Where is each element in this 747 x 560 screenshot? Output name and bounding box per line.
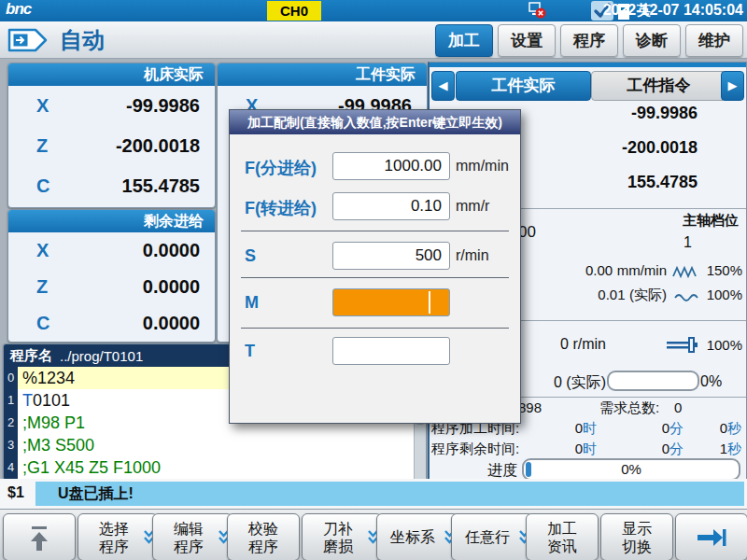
line-text: ;M3 S500: [18, 434, 426, 456]
remaining-time-hours: 0时: [575, 441, 597, 458]
spindle-speed-unit: r/min: [456, 247, 489, 264]
machine-actual-title: 机床实际: [8, 63, 215, 86]
channel-indicator: $1: [7, 484, 24, 501]
feed-programmed-value: 0.00: [585, 262, 613, 278]
spindle-actual-value: 0: [554, 374, 562, 390]
spindle-gear-label: 主轴档位: [683, 212, 739, 230]
t-code-label: T: [245, 342, 255, 361]
auto-mode-icon: [7, 28, 49, 56]
line-number: 3: [4, 434, 18, 456]
axis-row-z: Z -200.0018: [8, 126, 215, 166]
completed-count-partial: 898: [518, 399, 542, 415]
machining-time-minutes: 0分: [662, 420, 684, 438]
feed-per-min-input[interactable]: [332, 152, 450, 180]
tab-scroll-right-button[interactable]: ▶: [721, 71, 744, 101]
spindle-gear-value: 1: [684, 234, 692, 251]
coordinate-system-button[interactable]: 坐标系: [376, 513, 458, 560]
line-number: 2: [4, 412, 18, 434]
axis-label: X: [36, 95, 49, 117]
feed-programmed-unit: mm/min: [617, 262, 667, 278]
verify-program-button[interactable]: 校验 程序: [227, 513, 300, 560]
spindle-speed-unit: r/min: [572, 336, 606, 352]
any-line-button[interactable]: 任意行: [451, 513, 533, 560]
axis-value: 0.0000: [143, 240, 200, 261]
edit-program-button[interactable]: 编辑 程序: [152, 513, 233, 560]
remaining-feed-panel: 剩余进给 X 0.0000 Z 0.0000 C 0.0000: [7, 209, 216, 343]
axis-row-x: X -99.9986: [8, 86, 215, 126]
tab-maintenance[interactable]: 维护: [685, 24, 743, 57]
rapid-override-wave-icon: [672, 265, 698, 282]
m-code-label: M: [245, 293, 259, 313]
demand-total-value: 0: [674, 399, 682, 415]
axis-value: 0.0000: [143, 276, 200, 298]
tab-scroll-left-button[interactable]: ◀: [431, 71, 455, 101]
feed-actual: 0.01 (实际): [598, 287, 667, 304]
machining-time-hours: 0时: [575, 420, 597, 438]
machining-config-dialog: 加工配制(直接输入数值,按Enter键立即生效) F(分进给) mm/min F…: [229, 109, 521, 424]
spindle-actual: 0 (实际): [554, 373, 606, 393]
remaining-time-label: 程序剩余时间:: [431, 441, 519, 458]
program-path: ../prog/T0101: [60, 348, 143, 364]
spindle-speed-label: S: [245, 246, 256, 266]
feed-per-rev-input[interactable]: [332, 192, 450, 220]
feed-override-wave-icon: [674, 290, 698, 307]
tab-workpiece-command[interactable]: 工件指令: [591, 71, 726, 101]
text-cursor: [429, 291, 430, 314]
remaining-feed-title: 剩余进给: [8, 210, 215, 232]
axis-label: C: [36, 313, 49, 334]
remaining-time-minutes: 0分: [662, 441, 684, 458]
machining-info-button[interactable]: 加工 资讯: [526, 513, 599, 560]
status-bar: $1 U盘已插上!: [0, 479, 747, 509]
mode-bar: 自动 加工 设置 程序 诊断 维护: [0, 21, 747, 59]
demand-total-label: 需求总数:: [599, 399, 659, 417]
axis-row-z: Z 0.0000: [8, 269, 215, 305]
feed-programmed: 0.00 mm/min: [585, 262, 667, 279]
spindle-speed: 0 r/min: [560, 336, 606, 353]
softkey-label: 选择 程序: [99, 520, 129, 555]
arrow-right-icon: [695, 525, 728, 550]
dialog-separator: [241, 328, 509, 329]
feed-per-rev-label: F(转进给): [245, 197, 317, 219]
spindle-load-bar: [607, 371, 699, 391]
axis-label: Z: [36, 135, 48, 157]
feed-per-min-label: F(分进给): [245, 157, 317, 179]
panel-top-strip: [430, 63, 746, 67]
select-program-button[interactable]: 选择 程序: [78, 513, 158, 560]
network-status-icon: [529, 2, 547, 23]
tool-wear-button[interactable]: 刀补 磨损: [302, 513, 382, 560]
mode-name: 自动: [60, 25, 105, 55]
tab-diagnosis[interactable]: 诊断: [623, 24, 681, 57]
machining-time-seconds: 0秒: [720, 420, 741, 438]
spindle-override-percent: 100%: [701, 337, 742, 353]
feed-per-rev-unit: mm/r: [456, 198, 489, 215]
program-line[interactable]: 4 ;G1 X45 Z5 F1000: [4, 456, 426, 479]
workpiece-x-value: -99.9986: [631, 104, 698, 123]
line-text: ;G1 X45 Z5 F1000: [18, 456, 426, 479]
remaining-time-seconds: 1秒: [720, 441, 741, 458]
axis-value: 0.0000: [143, 313, 200, 334]
t-code-input[interactable]: [332, 337, 450, 365]
spindle-load-percent: 0%: [700, 373, 722, 390]
display-switch-button[interactable]: 显示 切换: [600, 513, 673, 560]
line-number: 1: [4, 389, 18, 412]
tab-machining[interactable]: 加工: [435, 24, 493, 57]
softkey-label: 校验 程序: [248, 520, 278, 555]
tab-program[interactable]: 程序: [560, 24, 618, 57]
return-up-button[interactable]: [3, 513, 76, 560]
progress-label: 进度: [487, 461, 517, 481]
tab-settings[interactable]: 设置: [498, 24, 556, 57]
next-menu-button[interactable]: [675, 513, 747, 560]
axis-row-c: C 0.0000: [8, 305, 215, 342]
spindle-speed-input[interactable]: [332, 242, 450, 270]
softkey-bar: 选择 程序 编辑 程序 校验 程序 刀补 磨损 坐标系 任意行 加工 资讯 显示…: [0, 509, 747, 560]
spindle-actual-label: (实际): [566, 374, 606, 390]
m-code-input[interactable]: [332, 288, 450, 316]
tab-workpiece-actual[interactable]: 工件实际: [456, 71, 591, 101]
workpiece-z-value: -200.0018: [622, 138, 698, 158]
program-line[interactable]: 3 ;M3 S500: [4, 434, 426, 456]
status-message: U盘已插上!: [35, 482, 744, 506]
softkey-label: 编辑 程序: [174, 520, 204, 555]
line-number: 4: [4, 456, 18, 479]
axis-label: X: [36, 240, 49, 261]
softkey-label: 显示 切换: [622, 520, 652, 555]
